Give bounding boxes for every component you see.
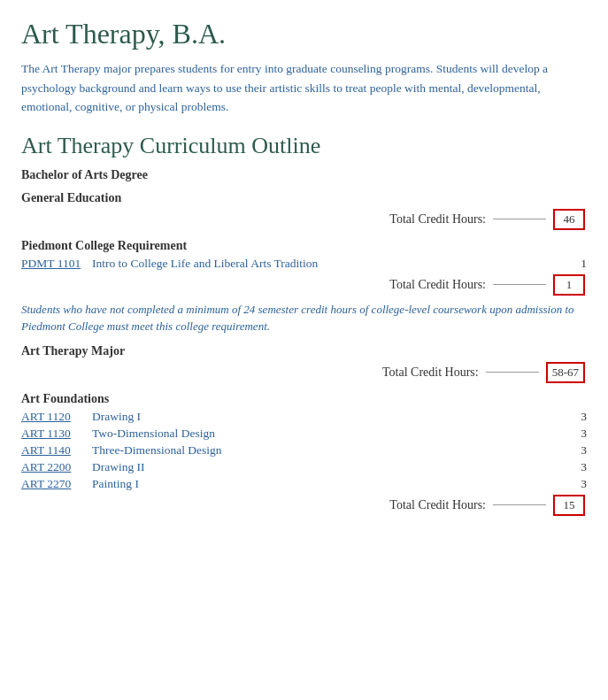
course-name-art1120: Drawing I (92, 410, 569, 424)
degree-label: Bachelor of Arts Degree (21, 168, 587, 182)
art-therapy-major-credit-line (486, 372, 539, 373)
art-foundations-credits-row: Total Credit Hours: 15 (21, 495, 587, 516)
general-education-credit-value: 46 (553, 209, 585, 230)
art-therapy-major-credit-value: 58-67 (546, 362, 585, 383)
table-row: PDMT 1101 Intro to College Life and Libe… (21, 257, 587, 271)
program-description: The Art Therapy major prepares students … (21, 59, 587, 117)
general-education-credit-line (493, 219, 546, 219)
general-education-label: General Education (21, 191, 587, 205)
course-name-art2270: Painting I (92, 477, 569, 491)
art-foundations-credit-label: Total Credit Hours: (21, 498, 493, 512)
curriculum-outline-heading: Art Therapy Curriculum Outline (21, 133, 587, 159)
table-row: ART 1130 Two-Dimensional Design 3 (21, 427, 587, 441)
page-title: Art Therapy, B.A. (21, 18, 587, 50)
course-credits: 1 (569, 257, 587, 271)
course-name-art1130: Two-Dimensional Design (92, 427, 569, 441)
general-education-credit-label: Total Credit Hours: (21, 212, 493, 227)
course-name: Intro to College Life and Liberal Arts T… (92, 257, 569, 271)
art-foundations-label: Art Foundations (21, 392, 587, 406)
course-credits-art2270: 3 (569, 477, 587, 491)
course-credits-art1130: 3 (569, 427, 587, 441)
piedmont-credit-label: Total Credit Hours: (21, 278, 493, 292)
course-code-art2270[interactable]: ART 2270 (21, 477, 92, 491)
piedmont-credit-value: 1 (553, 274, 585, 296)
art-foundations-credit-line (493, 504, 546, 505)
art-therapy-major-label: Art Therapy Major (21, 344, 587, 358)
course-code[interactable]: PDMT 1101 (21, 257, 92, 271)
course-credits-art1120: 3 (569, 410, 587, 424)
course-code-art1120[interactable]: ART 1120 (21, 410, 92, 424)
piedmont-note: Students who have not completed a minimu… (21, 301, 587, 335)
course-credits-art2200: 3 (569, 460, 587, 474)
course-code-art1140[interactable]: ART 1140 (21, 443, 92, 458)
piedmont-credit-line (493, 284, 546, 285)
course-name-art1140: Three-Dimensional Design (92, 443, 569, 458)
course-code-art1130[interactable]: ART 1130 (21, 427, 92, 441)
table-row: ART 1140 Three-Dimensional Design 3 (21, 443, 587, 458)
art-therapy-major-credits-row: Total Credit Hours: 58-67 (21, 362, 587, 383)
piedmont-credits-row: Total Credit Hours: 1 (21, 274, 587, 296)
art-therapy-major-credit-label: Total Credit Hours: (21, 365, 486, 380)
course-name-art2200: Drawing II (92, 460, 569, 474)
course-code-art2200[interactable]: ART 2200 (21, 460, 92, 474)
piedmont-requirement-label: Piedmont College Requirement (21, 239, 587, 253)
table-row: ART 1120 Drawing I 3 (21, 410, 587, 424)
table-row: ART 2270 Painting I 3 (21, 477, 587, 491)
course-credits-art1140: 3 (569, 443, 587, 458)
general-education-credits-row: Total Credit Hours: 46 (21, 209, 587, 230)
table-row: ART 2200 Drawing II 3 (21, 460, 587, 474)
art-foundations-credit-value: 15 (553, 495, 585, 516)
